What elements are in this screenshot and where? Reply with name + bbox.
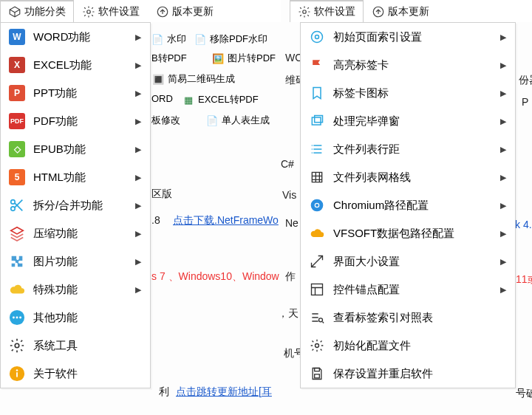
bg-button-qr: 🔳 简易二维码生成 xyxy=(151,72,235,86)
menu-item-system-tools[interactable]: 系统工具 xyxy=(1,332,150,360)
chevron-right-icon: ▶ xyxy=(135,117,144,126)
flag-icon xyxy=(307,57,327,73)
menu-item-about[interactable]: 关于软件 xyxy=(1,360,150,388)
tab-software-settings-right[interactable]: 软件设置 xyxy=(290,0,364,22)
menu-item-label: 拆分/合并功能 xyxy=(27,199,135,213)
menu-item-split-merge[interactable]: 拆分/合并功能 ▶ xyxy=(1,191,150,219)
menu-item-save-restart[interactable]: 保存设置并重启软件 xyxy=(301,360,515,388)
menu-item-view-index-table[interactable]: 查看标签索引对照表 xyxy=(301,303,515,332)
bg-link-k4[interactable]: k 4. xyxy=(515,219,532,230)
menu-item-label: WORD功能 xyxy=(27,30,135,44)
puzzle-icon xyxy=(7,253,27,270)
svg-rect-25 xyxy=(315,374,320,378)
bg-text-windows: s 7 、Windows10、Window xyxy=(151,270,279,284)
menu-item-label: 关于软件 xyxy=(27,367,144,381)
tab-label: 版本更新 xyxy=(388,5,429,18)
tab-software-settings-left[interactable]: 软件设置 xyxy=(74,0,148,22)
search-list-icon xyxy=(307,309,327,326)
menu-item-label: 文件列表网格线 xyxy=(327,171,500,185)
menu-item-epub[interactable]: ◇ EPUB功能 ▶ xyxy=(1,135,150,163)
menu-item-label: 压缩功能 xyxy=(27,227,135,241)
menu-item-image[interactable]: 图片功能 ▶ xyxy=(1,247,150,275)
chevron-right-icon: ▶ xyxy=(135,173,144,182)
chevron-right-icon: ▶ xyxy=(135,61,144,70)
bg-link-update[interactable]: 点击跳转更新地址[耳 xyxy=(176,385,272,399)
software-settings-menu: 初始页面索引设置 ▶ 高亮标签卡 ▶ 标签卡图标 ▶ 处理完毕弹窗 ▶ 文件列表… xyxy=(300,22,516,388)
left-tabbar: 功能分类 软件设置 版本更新 xyxy=(0,0,281,22)
svg-rect-12 xyxy=(16,372,18,377)
excel-icon: ▦ xyxy=(182,93,195,106)
menu-item-label: 界面大小设置 xyxy=(327,255,500,269)
layers-icon xyxy=(7,225,27,241)
resize-icon xyxy=(307,253,327,270)
svg-point-14 xyxy=(312,32,323,43)
chevron-right-icon: ▶ xyxy=(135,285,144,295)
tab-label: 软件设置 xyxy=(98,5,140,18)
svg-point-7 xyxy=(13,317,15,319)
menu-item-html[interactable]: 5 HTML功能 ▶ xyxy=(1,163,150,191)
word-icon: W xyxy=(9,29,25,45)
menu-item-pdf[interactable]: PDF PDF功能 ▶ xyxy=(1,107,150,135)
pdf-icon: PDF xyxy=(9,113,25,129)
grid-icon xyxy=(307,169,327,185)
scissors-icon xyxy=(7,197,27,213)
menu-item-init-config[interactable]: 初始化配置文件 xyxy=(301,332,515,360)
doc-icon: 📄 xyxy=(194,32,207,46)
bg-text-li: 利 xyxy=(159,385,169,399)
menu-item-label: EPUB功能 xyxy=(27,143,135,157)
bg-button-b2pdf: B转PDF xyxy=(151,52,187,65)
menu-item-label: PPT功能 xyxy=(27,86,135,100)
chevron-right-icon: ▶ xyxy=(135,257,144,267)
excel-icon: X xyxy=(9,57,25,73)
right-tabbar: 软件设置 版本更新 xyxy=(290,0,532,22)
svg-rect-16 xyxy=(312,117,321,125)
chevron-right-icon: ▶ xyxy=(500,201,509,210)
bg-text-csharp: C# xyxy=(281,158,294,170)
chevron-right-icon: ▶ xyxy=(500,173,509,182)
cloud-icon xyxy=(307,225,327,241)
menu-item-ppt[interactable]: P PPT功能 ▶ xyxy=(1,79,150,107)
menu-item-label: 特殊功能 xyxy=(27,283,135,297)
qr-icon: 🔳 xyxy=(151,72,165,86)
menu-item-word[interactable]: W WORD功能 ▶ xyxy=(1,23,150,51)
tab-function-category[interactable]: 功能分类 xyxy=(0,0,74,22)
bg-text-ne: Ne xyxy=(285,217,299,229)
menu-item-label: 系统工具 xyxy=(27,339,144,353)
menu-item-other[interactable]: 其他功能 xyxy=(1,303,150,332)
chevron-right-icon: ▶ xyxy=(135,145,144,154)
menu-item-label: 图片功能 xyxy=(27,255,135,269)
epub-icon: ◇ xyxy=(9,141,25,157)
bookmark-icon xyxy=(307,85,327,101)
menu-item-row-spacing[interactable]: 文件列表行距 ▶ xyxy=(301,135,515,163)
menu-item-tab-icon[interactable]: 标签卡图标 ▶ xyxy=(301,79,515,107)
tab-label: 功能分类 xyxy=(24,5,66,18)
menu-item-initial-index[interactable]: 初始页面索引设置 ▶ xyxy=(301,23,515,51)
bg-button-excel2pdf: ▦ EXCEL转PDF xyxy=(182,93,259,106)
menu-item-label: 控件锚点配置 xyxy=(327,283,500,297)
chevron-right-icon: ▶ xyxy=(135,89,144,98)
svg-rect-21 xyxy=(312,284,323,295)
menu-item-gridlines[interactable]: 文件列表网格线 ▶ xyxy=(301,163,515,191)
doc-icon: 📄 xyxy=(151,32,164,46)
menu-item-label: 其他功能 xyxy=(27,311,144,325)
bg-link-netframework[interactable]: 点击下载.NetFrameWo xyxy=(173,214,279,227)
bg-button-remove-pdf-wm: 📄 移除PDF水印 xyxy=(194,32,267,46)
menu-item-ui-size[interactable]: 界面大小设置 ▶ xyxy=(301,247,515,275)
doc-icon: 📄 xyxy=(205,114,219,127)
menu-item-excel[interactable]: X EXCEL功能 ▶ xyxy=(1,51,150,79)
menu-item-anchor[interactable]: 控件锚点配置 ▶ xyxy=(301,275,515,303)
tab-version-update-right[interactable]: 版本更新 xyxy=(364,0,437,22)
svg-point-0 xyxy=(87,10,91,13)
menu-item-highlight-tab[interactable]: 高亮标签卡 ▶ xyxy=(301,51,515,79)
menu-item-compress[interactable]: 压缩功能 ▶ xyxy=(1,219,150,247)
svg-rect-17 xyxy=(315,116,323,123)
html-icon: 5 xyxy=(9,169,25,185)
menu-item-special[interactable]: 特殊功能 ▶ xyxy=(1,275,150,303)
menu-item-vfsoft[interactable]: VFSOFT数据包路径配置 ▶ xyxy=(301,219,515,247)
menu-item-popup[interactable]: 处理完毕弹窗 ▶ xyxy=(301,107,515,135)
gear-icon xyxy=(7,337,27,354)
tab-version-update-left[interactable]: 版本更新 xyxy=(148,0,222,22)
function-category-menu: W WORD功能 ▶ X EXCEL功能 ▶ P PPT功能 ▶ PDF PDF… xyxy=(0,22,151,388)
menu-item-chromium[interactable]: Chromium路径配置 ▶ xyxy=(301,191,515,219)
bg-text-vis: Vis xyxy=(282,189,296,201)
